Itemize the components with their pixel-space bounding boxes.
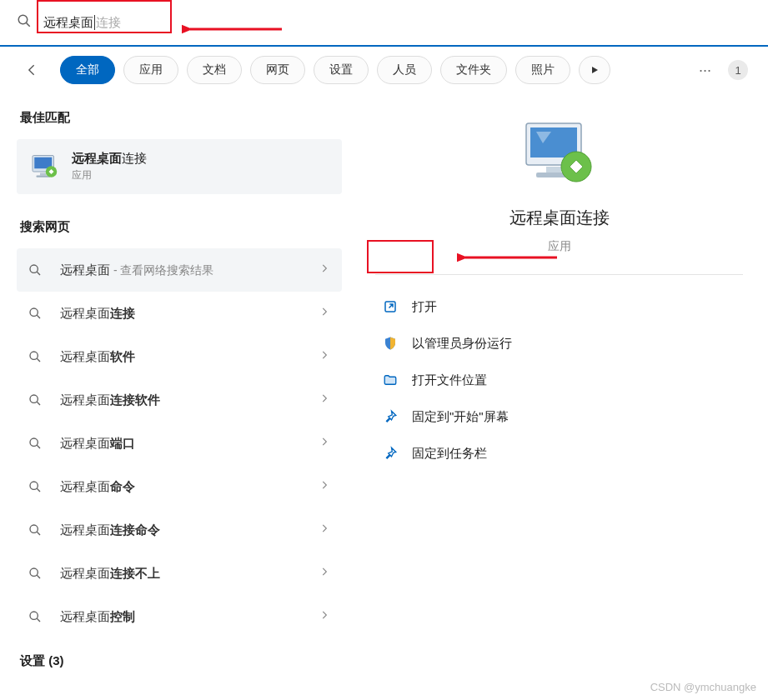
search-icon: [28, 523, 47, 537]
web-result-text: 远程桌面连接软件: [60, 392, 319, 408]
app-title: 远程桌面连接: [509, 207, 610, 229]
back-button[interactable]: [20, 58, 45, 82]
chevron-right-icon: [319, 306, 330, 321]
chevron-right-icon: [319, 609, 330, 624]
filter-pill-more[interactable]: [579, 56, 610, 84]
action-pin-start-label: 固定到"开始"屏幕: [412, 409, 509, 425]
search-icon: [28, 263, 47, 277]
search-icon: [28, 437, 47, 450]
search-typed: 远程桌面: [43, 15, 93, 31]
svg-point-18: [30, 438, 38, 446]
svg-line-23: [37, 532, 40, 535]
content-area: 最佳匹配 远程桌面连接 应用 搜索网页 远程桌面 - 查看: [0, 93, 768, 700]
filter-pill-docs[interactable]: 文档: [187, 56, 242, 84]
settings-header: 设置 (3): [17, 638, 342, 682]
svg-rect-31: [546, 167, 561, 172]
svg-point-0: [18, 15, 28, 24]
search-icon: [28, 480, 47, 493]
filter-pill-all[interactable]: 全部: [60, 56, 115, 84]
web-result-text: 远程桌面端口: [60, 436, 319, 452]
count-badge[interactable]: 1: [728, 60, 748, 80]
more-menu-button[interactable]: ···: [690, 62, 720, 79]
chevron-right-icon: [319, 262, 330, 278]
filter-pill-people[interactable]: 人员: [377, 56, 432, 84]
best-match-result[interactable]: 远程桌面连接 应用: [17, 139, 342, 194]
web-result-item[interactable]: 远程桌面命令: [17, 465, 342, 508]
pin-icon: [382, 445, 399, 462]
best-match-text: 远程桌面连接 应用: [72, 151, 147, 182]
chevron-right-icon: [319, 479, 330, 494]
svg-line-25: [37, 575, 40, 578]
search-icon: [28, 393, 47, 407]
svg-point-12: [30, 308, 38, 316]
svg-marker-4: [592, 67, 598, 73]
svg-point-22: [30, 525, 38, 532]
pin-icon: [382, 408, 399, 425]
web-result-item[interactable]: 远程桌面连接不上: [17, 552, 342, 595]
svg-line-17: [37, 402, 40, 405]
search-icon: [28, 610, 47, 623]
shield-icon: [382, 335, 399, 352]
action-pin-start[interactable]: 固定到"开始"屏幕: [375, 398, 743, 435]
action-pin-task-label: 固定到任务栏: [412, 446, 487, 462]
search-icon: [28, 567, 47, 580]
web-result-item[interactable]: 远程桌面连接软件: [17, 378, 342, 422]
action-admin[interactable]: 以管理员身份运行: [375, 325, 743, 362]
filter-pill-web[interactable]: 网页: [250, 56, 305, 84]
web-result-item[interactable]: 远程桌面软件: [17, 335, 342, 378]
action-admin-label: 以管理员身份运行: [412, 336, 512, 352]
web-result-text: 远程桌面 - 查看网络搜索结果: [60, 262, 319, 278]
web-result-item[interactable]: 远程桌面连接: [17, 292, 342, 335]
chevron-right-icon: [319, 349, 330, 364]
chevron-right-icon: [319, 566, 330, 581]
web-header: 搜索网页: [17, 212, 342, 248]
svg-point-24: [30, 568, 38, 576]
action-location-label: 打开文件位置: [412, 372, 487, 388]
filter-pill-folders[interactable]: 文件夹: [440, 56, 507, 84]
filter-pill-apps[interactable]: 应用: [123, 56, 178, 84]
folder-icon: [382, 372, 399, 388]
web-result-item[interactable]: 远程桌面 - 查看网络搜索结果: [17, 248, 342, 292]
rdp-icon: [30, 152, 60, 182]
svg-point-26: [30, 612, 38, 619]
svg-line-19: [37, 445, 40, 448]
svg-line-21: [37, 488, 40, 492]
right-panel: 远程桌面连接 应用 打开 以管理员身份运行 打开文件位置: [350, 93, 768, 700]
app-subtitle: 应用: [548, 239, 571, 254]
web-result-item[interactable]: 远程桌面连接命令: [17, 508, 342, 552]
chevron-right-icon: [319, 522, 330, 538]
filter-row: 全部 应用 文档 网页 设置 人员 文件夹 照片 ··· 1: [0, 47, 768, 93]
svg-point-14: [30, 352, 38, 359]
svg-line-27: [37, 618, 40, 622]
svg-point-20: [30, 482, 38, 489]
filter-pill-photos[interactable]: 照片: [515, 56, 570, 84]
svg-line-1: [27, 23, 30, 27]
web-result-text: 远程桌面连接: [60, 306, 319, 322]
search-icon: [17, 13, 32, 32]
action-list: 打开 以管理员身份运行 打开文件位置 固定到"开始"屏幕: [375, 275, 743, 472]
web-result-text: 远程桌面命令: [60, 479, 319, 495]
filter-pill-settings[interactable]: 设置: [314, 56, 369, 84]
chevron-right-icon: [319, 392, 330, 408]
svg-line-11: [37, 272, 40, 275]
play-icon: [590, 65, 600, 75]
action-open[interactable]: 打开: [375, 288, 743, 325]
svg-line-15: [37, 358, 40, 362]
web-result-text: 远程桌面控制: [60, 609, 319, 625]
search-icon: [28, 307, 47, 320]
web-result-text: 远程桌面连接不上: [60, 566, 319, 582]
search-bar: 远程桌面连接: [0, 0, 768, 47]
svg-point-10: [30, 265, 38, 272]
web-result-item[interactable]: 远程桌面端口: [17, 422, 342, 465]
web-result-text: 远程桌面软件: [60, 349, 319, 365]
action-pin-task[interactable]: 固定到任务栏: [375, 435, 743, 472]
web-result-item[interactable]: 远程桌面控制: [17, 595, 342, 638]
search-input[interactable]: 远程桌面连接: [43, 15, 751, 31]
svg-rect-7: [40, 173, 47, 176]
search-icon: [28, 350, 47, 363]
svg-line-13: [37, 315, 40, 318]
action-location[interactable]: 打开文件位置: [375, 362, 743, 398]
text-cursor: [94, 15, 95, 30]
open-icon: [382, 298, 399, 315]
web-result-text: 远程桌面连接命令: [60, 522, 319, 538]
